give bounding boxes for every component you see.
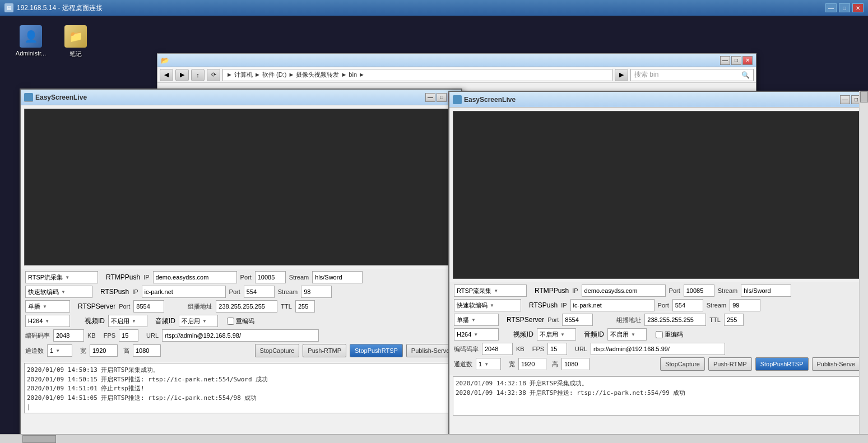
- esl-right-videoid-dropdown[interactable]: 不启用: [537, 328, 576, 341]
- esl-left-rtmp-port-input[interactable]: [255, 271, 286, 283]
- esl-left-rtsp-source-dropdown[interactable]: RTSP流采集: [25, 271, 98, 283]
- esl-right-ttl-input[interactable]: [724, 314, 744, 326]
- esl-left-stop-rtsp-btn[interactable]: StopPushRTSP: [350, 344, 403, 357]
- esl-right-audioid-dropdown[interactable]: 不启用: [607, 328, 647, 341]
- refresh-btn[interactable]: ⟳: [207, 69, 220, 81]
- scrollbar-thumb[interactable]: [860, 91, 868, 102]
- esl-right-h264-dropdown[interactable]: H264: [454, 328, 499, 341]
- notes-icon: 📁: [64, 25, 87, 48]
- esl-right-controls[interactable]: — □: [840, 95, 861, 104]
- esl-left-rtspserver-port-label: Port: [119, 303, 130, 310]
- esl-right-push-rtmp-btn[interactable]: Push-RTMP: [708, 357, 752, 371]
- esl-left-audioid-label: 音频ID: [155, 316, 175, 326]
- esl-left-h264-dropdown[interactable]: H264: [25, 315, 70, 327]
- esl-left-codec-dropdown[interactable]: 快速软编码: [25, 286, 92, 298]
- close-btn[interactable]: ✕: [852, 3, 864, 12]
- esl-right-rtmp-port-input[interactable]: [684, 285, 714, 297]
- h-scrollbar-thumb[interactable]: [22, 435, 56, 443]
- esl-right-multicast-input[interactable]: [644, 314, 706, 326]
- esl-right-mode-dropdown[interactable]: 单播: [454, 314, 499, 326]
- esl-right-rtsp-port-input[interactable]: [672, 299, 703, 311]
- esl-left-log[interactable]: 2020/01/09 14:50:13 开启RTSP采集成功。 2020/01/…: [24, 363, 458, 413]
- esl-left-rtmp-stream-input[interactable]: [312, 271, 363, 283]
- esl-right-reencode-checkbox[interactable]: 重编码: [656, 330, 683, 339]
- esl-right-rtsp-port-label: Port: [658, 302, 669, 309]
- esl-right-audioid-label: 音频ID: [584, 330, 604, 339]
- esl-left-rtmp-ip-input[interactable]: [153, 271, 237, 283]
- esl-left-reencode-input[interactable]: [227, 318, 234, 325]
- esl-left-rtsp-port-input[interactable]: [244, 286, 275, 298]
- fe-close-btn[interactable]: ✕: [742, 56, 753, 65]
- forward-btn[interactable]: ▶: [175, 69, 189, 81]
- esl-left-width-input[interactable]: [90, 344, 118, 357]
- esl-left-minimize-btn[interactable]: —: [425, 93, 435, 102]
- minimize-btn[interactable]: —: [825, 3, 837, 12]
- esl-right-log[interactable]: 2020/01/09 14:32:18 开启RTSP采集成功。 2020/01/…: [453, 376, 861, 416]
- esl-left-mode-dropdown[interactable]: 单播: [25, 300, 70, 313]
- esl-left-reencode-checkbox[interactable]: 重编码: [227, 317, 254, 325]
- desktop-icon-notes[interactable]: 📁 笔记: [56, 25, 95, 58]
- maximize-btn[interactable]: □: [839, 3, 850, 12]
- remote-desktop-title: 192.168.5.14 - 远程桌面连接: [17, 3, 103, 13]
- search-box[interactable]: 搜索 bin 🔍: [630, 69, 754, 81]
- esl-right-minimize-btn[interactable]: —: [840, 95, 850, 104]
- esl-right-url-input[interactable]: [591, 343, 725, 355]
- esl-right-rtsp-ip-input[interactable]: [570, 299, 655, 311]
- remote-desktop-controls[interactable]: — □ ✕: [825, 3, 864, 12]
- esl-left-channels-dropdown[interactable]: 1: [47, 344, 72, 357]
- esl-window-right: EasyScreenLive — □ RTSP流采集 RTMPPush IP P…: [448, 91, 866, 443]
- esl-right-rtsp-push-label: RTSPush: [529, 301, 558, 309]
- esl-right-stop-capture-btn[interactable]: StopCapture: [660, 357, 705, 371]
- esl-right-row5: 编码码率 KB FPS URL: [454, 343, 860, 355]
- log-entry-3: 2020/01/09 14:51:01 停止rtsp推送!: [27, 384, 455, 394]
- esl-right-rtsp-source-dropdown[interactable]: RTSP流采集: [454, 285, 527, 297]
- back-btn[interactable]: ◀: [160, 69, 173, 81]
- esl-left-rtsp-stream-label: Stream: [278, 288, 298, 295]
- esl-left-maximize-btn[interactable]: □: [437, 93, 447, 102]
- fe-minimize-btn[interactable]: —: [720, 56, 730, 65]
- esl-left-stop-capture-btn[interactable]: StopCapture: [255, 344, 300, 357]
- esl-left-rtmp-stream-label: Stream: [289, 274, 309, 281]
- esl-right-width-label: 宽: [509, 360, 515, 369]
- esl-right-rtspserver-label: RTSPServer: [507, 316, 544, 324]
- esl-right-bitrate-input[interactable]: [482, 343, 513, 355]
- esl-right-rtmp-ip-input[interactable]: [582, 285, 666, 297]
- esl-left-push-rtmp-btn[interactable]: Push-RTMP: [303, 344, 346, 357]
- admin-icon: 👤: [20, 25, 42, 48]
- esl-left-url-input[interactable]: [162, 329, 319, 342]
- go-btn[interactable]: ▶: [615, 69, 628, 81]
- esl-left-rtsp-ip-input[interactable]: [142, 286, 226, 298]
- esl-left-multicast-input[interactable]: [216, 300, 277, 313]
- esl-right-rtsp-stream-input[interactable]: [730, 299, 760, 311]
- file-explorer-controls[interactable]: — □ ✕: [720, 56, 753, 65]
- esl-left-bitrate-input[interactable]: [53, 329, 84, 342]
- esl-left-audioid-dropdown[interactable]: 不启用: [179, 315, 218, 327]
- esl-right-rtmp-stream-input[interactable]: [741, 285, 791, 297]
- esl-left-rtsp-stream-input[interactable]: [301, 286, 332, 298]
- fe-maximize-btn[interactable]: □: [731, 56, 741, 65]
- address-path[interactable]: ► 计算机 ► 软件 (D:) ► 摄像头视频转发 ► bin ►: [222, 69, 612, 81]
- right-scrollbar[interactable]: [859, 91, 868, 443]
- esl-left-rtspserver-port-input[interactable]: [133, 300, 164, 313]
- esl-right-fps-input[interactable]: [547, 343, 567, 355]
- esl-right-rtmp-stream-label: Stream: [718, 287, 737, 294]
- esl-left-rtspserver-label: RTSPServer: [78, 302, 115, 310]
- esl-right-fps-label: FPS: [532, 346, 544, 352]
- esl-left-height-input[interactable]: [133, 344, 161, 357]
- esl-right-stop-rtsp-btn[interactable]: StopPushRTSP: [755, 357, 809, 371]
- esl-left-fps-input[interactable]: [119, 329, 138, 342]
- esl-left-videoid-dropdown[interactable]: 不启用: [108, 315, 147, 327]
- esl-right-codec-dropdown[interactable]: 快速软编码: [454, 299, 521, 311]
- esl-right-rtspserver-port-input[interactable]: [562, 314, 593, 326]
- esl-window-left: EasyScreenLive — □ ✕ RTSP流采集 RTMPPush IP…: [20, 88, 462, 441]
- esl-right-reencode-input[interactable]: [656, 331, 663, 338]
- esl-right-channels-dropdown[interactable]: 1: [476, 358, 501, 370]
- h-scrollbar[interactable]: [0, 434, 868, 443]
- esl-right-publish-btn[interactable]: Publish-Serve: [812, 357, 860, 371]
- up-btn[interactable]: ↑: [191, 69, 205, 81]
- esl-right-width-input[interactable]: [518, 358, 546, 370]
- esl-left-ttl-input[interactable]: [295, 300, 315, 313]
- desktop-icon-admin[interactable]: 👤 Administr...: [11, 25, 50, 57]
- esl-right-height-input[interactable]: [561, 358, 590, 370]
- esl-left-row6: 通道数 1 宽 高 StopCapture Push-RTMP StopPush…: [25, 344, 457, 357]
